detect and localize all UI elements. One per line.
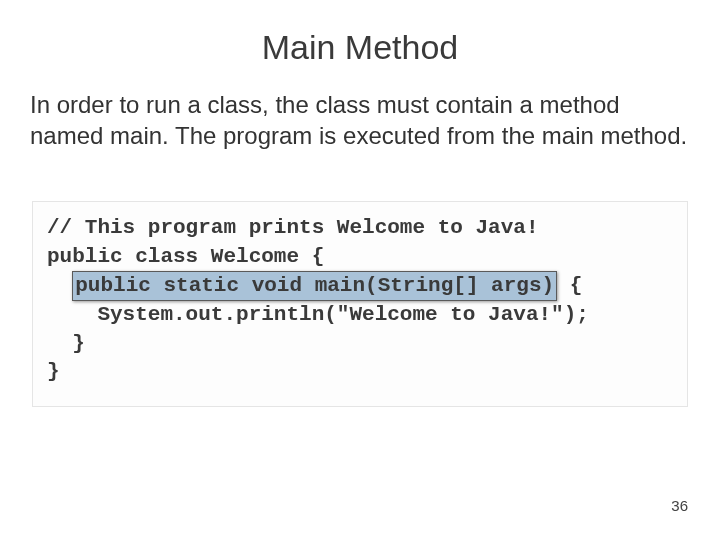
- code-line-3: public static void main(String[] args) {: [47, 271, 673, 301]
- code-line-1: // This program prints Welcome to Java!: [47, 214, 673, 242]
- code-indent: [47, 274, 72, 297]
- code-line-4: System.out.println("Welcome to Java!");: [47, 301, 673, 329]
- page-number: 36: [671, 497, 688, 514]
- code-line-5: }: [47, 330, 673, 358]
- code-block: // This program prints Welcome to Java! …: [32, 201, 688, 407]
- code-after-highlight: {: [557, 274, 595, 297]
- code-line-2: public class Welcome {: [47, 243, 673, 271]
- slide-title: Main Method: [30, 28, 690, 67]
- slide-description: In order to run a class, the class must …: [30, 89, 690, 151]
- main-method-highlight: public static void main(String[] args): [72, 271, 557, 301]
- code-line-6: }: [47, 358, 673, 386]
